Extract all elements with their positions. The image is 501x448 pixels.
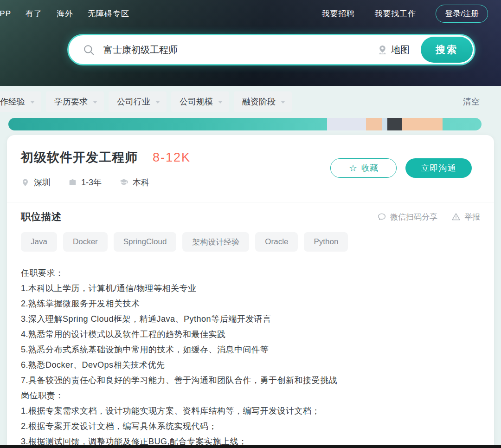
chat-now-button[interactable]: 立即沟通 — [405, 158, 472, 178]
chevron-down-icon — [30, 101, 35, 104]
description-line: 1.本科以上学历，计算机/通信/物理等相关专业 — [21, 281, 480, 296]
search-bar: 富士康初级工程师 地图 搜索 — [69, 35, 474, 64]
banner-illustration-fragment — [402, 118, 443, 130]
filter-education[interactable]: 学历要求 — [46, 91, 104, 112]
nav-left-group: APP 有了 海外 无障碍专区 — [0, 8, 129, 19]
filter-label: 学历要求 — [54, 96, 88, 107]
filter-label: 公司行业 — [117, 96, 150, 107]
chevron-down-icon — [281, 101, 285, 104]
tag-oracle: Oracle — [255, 232, 298, 252]
nav-right-group: 我要招聘 我要找工作 登录/注册 — [321, 5, 488, 23]
banner-illustration-fragment — [387, 118, 402, 130]
nav-item-youle[interactable]: 有了 — [26, 8, 42, 19]
filter-financing-stage[interactable]: 融资阶段 — [234, 91, 292, 112]
job-experience-label: 1-3年 — [81, 177, 102, 188]
briefcase-icon — [68, 178, 77, 187]
banner-illustration-fragment — [366, 118, 382, 130]
description-line: 7.具备较强的责任心和良好的学习能力、善于沟通和团队合作，勇于创新和接受挑战 — [21, 373, 480, 388]
description-line: 5.熟悉分布式系统基础设施中常用的技术，如缓存、消息中间件等 — [21, 342, 480, 357]
description-line: 岗位职责： — [21, 388, 480, 403]
wechat-share-label: 微信扫码分享 — [390, 212, 437, 222]
top-nav: APP 有了 海外 无障碍专区 我要招聘 我要找工作 登录/注册 — [0, 0, 501, 23]
job-city-label: 深圳 — [34, 177, 51, 188]
filter-label: 公司规模 — [180, 96, 213, 107]
banner-illustration-fragment — [327, 118, 366, 130]
location-pin-icon — [21, 178, 30, 187]
tag-java: Java — [21, 232, 57, 252]
job-detail-card: 初级软件开发工程师 8-12K 深圳 1-3年 — [7, 135, 494, 448]
report-label: 举报 — [464, 212, 480, 222]
graduation-cap-icon — [119, 178, 128, 187]
banner-illustration-fragment — [382, 118, 387, 130]
job-tags: Java Docker SpringCloud 架构设计经验 Oracle Py… — [7, 223, 494, 252]
star-icon: ☆ — [349, 163, 357, 173]
wechat-share-link[interactable]: 微信扫码分享 — [377, 212, 437, 222]
favorite-button[interactable]: ☆ 收藏 — [330, 158, 397, 178]
tag-architecture: 架构设计经验 — [182, 232, 249, 252]
bottom-edge-bar — [0, 445, 501, 448]
section-title: 职位描述 — [21, 210, 62, 223]
filter-experience[interactable]: 工作经验 — [0, 91, 41, 112]
nav-item-overseas[interactable]: 海外 — [57, 8, 73, 19]
map-pin-icon — [377, 45, 388, 55]
login-register-button[interactable]: 登录/注册 — [436, 5, 488, 23]
job-title: 初级软件开发工程师 — [21, 149, 138, 166]
chevron-down-icon — [93, 101, 97, 104]
job-action-buttons: ☆ 收藏 立即沟通 — [330, 158, 472, 178]
chat-bubble-icon — [377, 212, 386, 221]
chevron-down-icon — [155, 101, 160, 104]
search-icon — [83, 44, 95, 56]
job-header: 初级软件开发工程师 8-12K 深圳 1-3年 — [7, 135, 494, 188]
filter-company-size[interactable]: 公司规模 — [171, 91, 229, 112]
nav-item-accessibility[interactable]: 无障碍专区 — [88, 8, 129, 19]
map-label: 地图 — [391, 44, 410, 56]
description-line: 4.熟悉常用的设计模式以及软件工程的趋势和最佳实践 — [21, 327, 480, 342]
search-button[interactable]: 搜索 — [421, 37, 473, 63]
filter-label: 工作经验 — [0, 96, 25, 107]
promo-banner[interactable] — [8, 118, 482, 130]
map-toggle[interactable]: 地图 — [377, 44, 410, 56]
tag-springcloud: SpringCloud — [114, 232, 177, 252]
warning-triangle-icon — [451, 212, 461, 221]
nav-item-recruit[interactable]: 我要招聘 — [321, 8, 355, 19]
job-meta-row: 深圳 1-3年 本科 — [21, 177, 480, 188]
description-line: 1.根据专案需求文档，设计功能实现方案、资料库结构等，编写开发设计文档； — [21, 403, 480, 419]
search-input[interactable]: 富士康初级工程师 — [103, 44, 178, 56]
job-salary: 8-12K — [153, 150, 191, 165]
tag-docker: Docker — [63, 232, 108, 252]
job-description-body: 任职要求： 1.本科以上学历，计算机/通信/物理等相关专业 2.熟练掌握微服务开… — [7, 252, 494, 448]
search-pill: 富士康初级工程师 地图 搜索 — [69, 35, 474, 64]
favorite-label: 收藏 — [361, 162, 378, 174]
filter-label: 融资阶段 — [242, 96, 276, 107]
description-line: 2.熟练掌握微服务开发相关技术 — [21, 296, 480, 312]
description-line: 任职要求： — [21, 266, 480, 281]
description-line: 3.深入理解Spring Cloud框架，精通Java、Python等后端开发语… — [21, 312, 480, 327]
nav-item-find-job[interactable]: 我要找工作 — [374, 8, 416, 19]
job-experience: 1-3年 — [68, 177, 102, 188]
job-description-header: 职位描述 微信扫码分享 举报 — [7, 202, 494, 223]
job-education: 本科 — [119, 177, 149, 188]
filter-bar: 工作经验 学历要求 公司行业 公司规模 融资阶段 清空 — [0, 91, 501, 112]
job-city: 深圳 — [21, 177, 51, 188]
tag-python: Python — [304, 232, 348, 252]
nav-item-app[interactable]: APP — [0, 9, 11, 19]
filter-industry[interactable]: 公司行业 — [109, 91, 167, 112]
site-header: APP 有了 海外 无障碍专区 我要招聘 我要找工作 登录/注册 富士康初级工程… — [0, 0, 501, 86]
clear-filters-link[interactable]: 清空 — [463, 96, 480, 107]
chevron-down-icon — [218, 101, 223, 104]
report-link[interactable]: 举报 — [451, 212, 480, 222]
description-line: 2.根据专案开发设计文档，编写具体系统实现代码； — [21, 419, 480, 434]
job-education-label: 本科 — [133, 177, 149, 188]
section-actions: 微信扫码分享 举报 — [377, 212, 480, 222]
description-line: 6.熟悉Docker、DevOps相关技术优先 — [21, 357, 480, 373]
